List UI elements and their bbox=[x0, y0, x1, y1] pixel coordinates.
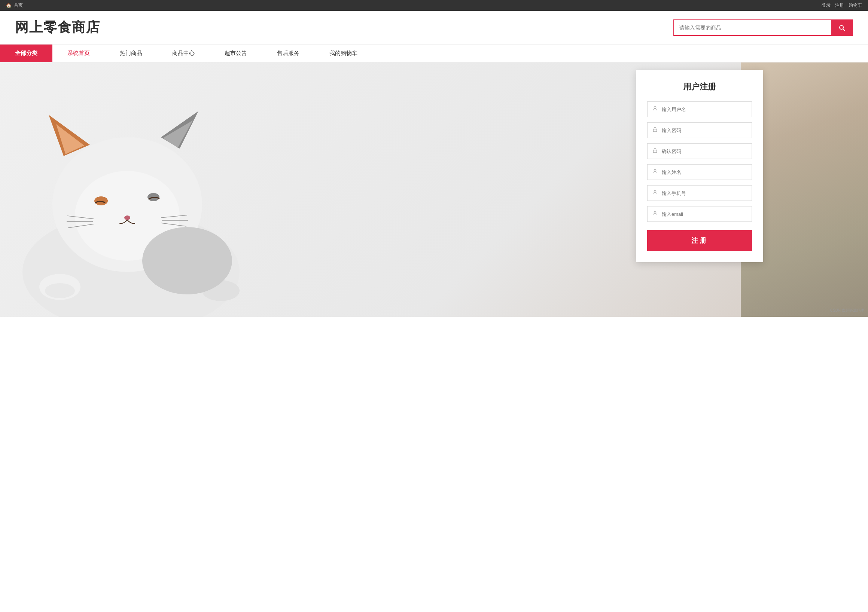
search-input[interactable] bbox=[674, 21, 831, 34]
email-field bbox=[647, 206, 752, 222]
search-button[interactable] bbox=[831, 20, 852, 35]
lock-icon-1 bbox=[652, 127, 658, 134]
register-title: 用户注册 bbox=[647, 81, 752, 93]
top-bar-right: 登录 注册 购物车 bbox=[822, 2, 862, 9]
svg-point-23 bbox=[654, 170, 656, 172]
hero-section: 用户注册 bbox=[0, 62, 868, 317]
register-card: 用户注册 bbox=[636, 70, 763, 262]
search-box bbox=[673, 19, 853, 36]
home-icon: 🏠 bbox=[6, 3, 12, 8]
nav-item-announcement[interactable]: 超市公告 bbox=[209, 45, 262, 62]
register-link[interactable]: 注册 bbox=[835, 2, 844, 9]
lock-icon-2 bbox=[652, 147, 658, 155]
svg-rect-22 bbox=[653, 150, 657, 153]
home-label[interactable]: 首页 bbox=[14, 2, 23, 9]
svg-point-25 bbox=[654, 211, 656, 213]
watermark: CSDN @经验源码库 bbox=[830, 308, 864, 313]
cat-svg bbox=[0, 62, 262, 317]
phone-input[interactable] bbox=[662, 190, 747, 196]
username-field bbox=[647, 101, 752, 117]
search-icon bbox=[838, 24, 846, 31]
nav-item-mycart[interactable]: 我的购物车 bbox=[315, 45, 372, 62]
svg-point-20 bbox=[654, 107, 656, 108]
name-field bbox=[647, 164, 752, 180]
register-button[interactable]: 注册 bbox=[647, 230, 752, 251]
svg-point-17 bbox=[45, 283, 75, 298]
nav-item-hot[interactable]: 热门商品 bbox=[105, 45, 157, 62]
name-input[interactable] bbox=[662, 170, 747, 175]
svg-point-24 bbox=[654, 190, 656, 192]
top-bar-left: 🏠 首页 bbox=[6, 2, 23, 9]
email-input[interactable] bbox=[662, 211, 747, 217]
person-icon-3 bbox=[652, 210, 658, 218]
svg-rect-21 bbox=[653, 129, 657, 132]
nav-item-service[interactable]: 售后服务 bbox=[262, 45, 315, 62]
login-link[interactable]: 登录 bbox=[822, 2, 831, 9]
main-nav: 全部分类 系统首页 热门商品 商品中心 超市公告 售后服务 我的购物车 bbox=[0, 45, 868, 62]
top-bar: 🏠 首页 登录 注册 购物车 bbox=[0, 0, 868, 11]
confirm-password-input[interactable] bbox=[662, 148, 747, 154]
site-logo: 网上零食商店 bbox=[15, 19, 100, 37]
username-input[interactable] bbox=[662, 107, 747, 112]
cat-illustration bbox=[0, 62, 262, 317]
password-field bbox=[647, 122, 752, 138]
confirm-password-field bbox=[647, 143, 752, 159]
person-icon-2 bbox=[652, 189, 658, 197]
svg-point-9 bbox=[124, 215, 130, 220]
header: 网上零食商店 bbox=[0, 11, 868, 45]
nav-item-products[interactable]: 商品中心 bbox=[157, 45, 209, 62]
nav-item-home[interactable]: 系统首页 bbox=[53, 45, 105, 62]
nav-item-categories[interactable]: 全部分类 bbox=[0, 45, 53, 62]
cart-link[interactable]: 购物车 bbox=[849, 2, 862, 9]
page-wrapper: 🏠 首页 登录 注册 购物车 网上零食商店 全部分类 系统首页 热门商品 商品中… bbox=[0, 0, 868, 612]
user-icon bbox=[652, 105, 658, 113]
svg-point-19 bbox=[142, 227, 232, 294]
person-icon-1 bbox=[652, 168, 658, 176]
phone-field bbox=[647, 185, 752, 201]
password-input[interactable] bbox=[662, 128, 747, 133]
